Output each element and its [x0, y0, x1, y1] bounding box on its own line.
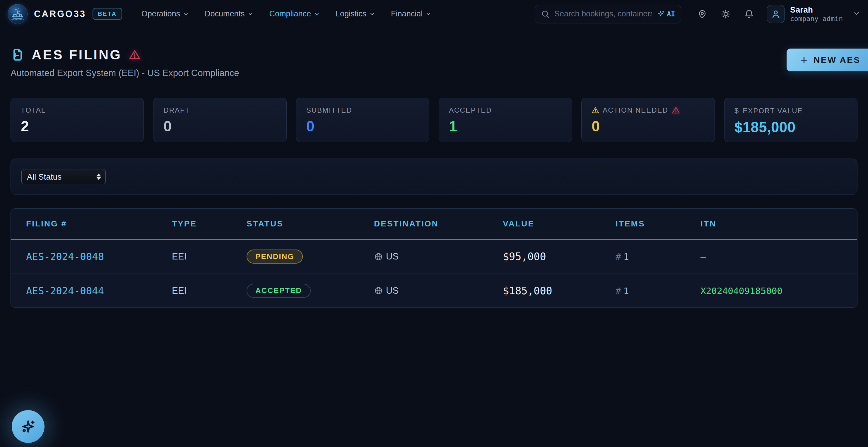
col-header-filing: FILING # [11, 219, 172, 229]
search-input[interactable] [554, 9, 652, 19]
stat-label: $ EXPORT VALUE [735, 106, 847, 115]
menu-item-logistics[interactable]: Logistics [336, 9, 375, 19]
top-nav: CARGO33 BETA Operations Documents Compli… [0, 0, 868, 28]
status-badge: PENDING [247, 249, 303, 264]
location-button[interactable] [697, 9, 708, 19]
ai-label: AI [667, 10, 675, 18]
stat-value: 0 [592, 118, 704, 135]
notifications-button[interactable] [744, 9, 754, 19]
stat-card-action-needed: ACTION NEEDED 0 [581, 98, 715, 142]
table-row[interactable]: AES-2024-0048 EEI PENDING US $95,000 # 1… [11, 240, 857, 274]
table-row[interactable]: AES-2024-0044 EEI ACCEPTED US $185,000 #… [11, 274, 857, 307]
new-aes-button[interactable]: + NEW AES [786, 48, 868, 71]
destination-code: US [386, 285, 399, 296]
brand[interactable]: CARGO33 BETA [8, 4, 122, 24]
beta-badge: BETA [93, 8, 122, 20]
globe-icon [374, 286, 383, 295]
warning-triangle-icon [592, 106, 599, 114]
ai-search-toggle[interactable]: AI [657, 10, 675, 18]
theme-toggle-button[interactable] [720, 9, 731, 19]
sun-icon [721, 9, 731, 19]
filing-type: EEI [172, 251, 247, 262]
warning-triangle-icon [129, 49, 141, 61]
chevron-down-icon [853, 10, 860, 19]
page-subtitle: Automated Export System (EEI) - US Expor… [10, 68, 239, 78]
stat-label: ACTION NEEDED [592, 106, 704, 114]
brand-logo-icon [8, 4, 28, 24]
menu-item-label: Financial [391, 9, 423, 19]
file-export-icon [10, 48, 25, 62]
filings-table: FILING # TYPE STATUS DESTINATION VALUE I… [10, 208, 858, 308]
status-cell: PENDING [247, 249, 374, 264]
plus-icon: + [801, 54, 808, 66]
items-count: 1 [623, 285, 629, 296]
itn-cell: — [701, 251, 857, 262]
stat-value: 1 [449, 118, 562, 135]
stat-card-total: TOTAL 2 [10, 98, 144, 142]
table-header-row: FILING # TYPE STATUS DESTINATION VALUE I… [11, 209, 857, 240]
items-count: 1 [623, 251, 629, 262]
stat-card-submitted: SUBMITTED 0 [296, 98, 429, 142]
stats-row: TOTAL 2 DRAFT 0 SUBMITTED 0 ACCEPTED 1 A… [10, 98, 858, 142]
stat-value: $185,000 [735, 119, 847, 136]
nav-icons [697, 9, 754, 19]
status-filter-select[interactable]: All Status [21, 169, 106, 184]
stat-label: TOTAL [21, 106, 133, 114]
chevron-down-icon [183, 11, 189, 17]
col-header-status: STATUS [247, 219, 374, 229]
stat-label-text: ACTION NEEDED [603, 106, 668, 114]
stat-card-draft: DRAFT 0 [153, 98, 286, 142]
filing-value: $95,000 [503, 251, 616, 263]
menu-item-documents[interactable]: Documents [205, 9, 254, 19]
ai-assistant-fab[interactable] [12, 410, 44, 443]
hash-icon: # [616, 285, 621, 296]
dollar-icon: $ [735, 106, 739, 115]
col-header-value: VALUE [503, 219, 616, 229]
bell-icon [744, 9, 754, 19]
menu-item-compliance[interactable]: Compliance [269, 9, 320, 19]
avatar [767, 5, 785, 23]
warning-triangle-icon [672, 106, 680, 114]
filing-value: $185,000 [503, 285, 616, 297]
menu-item-label: Operations [142, 9, 180, 19]
global-search: AI [535, 5, 681, 24]
page-header: AES FILING Automated Export System (EEI)… [10, 47, 858, 78]
status-filter-wrap: All Status [21, 169, 106, 184]
filter-bar: All Status [10, 159, 858, 195]
menu-item-operations[interactable]: Operations [142, 9, 189, 19]
stat-value: 0 [306, 118, 419, 135]
col-header-itn: ITN [701, 219, 857, 229]
filing-number-link[interactable]: AES-2024-0048 [11, 251, 172, 263]
stat-card-accepted: ACCEPTED 1 [439, 98, 572, 142]
menu-item-financial[interactable]: Financial [391, 9, 431, 19]
items-cell: # 1 [616, 251, 701, 262]
menu-item-label: Logistics [336, 9, 366, 19]
stat-card-export-value: $ EXPORT VALUE $185,000 [724, 98, 858, 142]
stat-label: ACCEPTED [449, 106, 562, 114]
col-header-items: ITEMS [616, 219, 701, 229]
items-cell: # 1 [616, 285, 701, 296]
filing-type: EEI [172, 285, 247, 296]
destination-code: US [386, 251, 399, 262]
status-cell: ACCEPTED [247, 284, 374, 298]
main-content: AES FILING Automated Export System (EEI)… [0, 47, 868, 308]
destination-cell: US [374, 285, 503, 296]
stat-value: 2 [21, 118, 133, 135]
filing-number-link[interactable]: AES-2024-0044 [11, 285, 172, 297]
user-icon [771, 9, 781, 19]
hash-icon: # [616, 251, 621, 262]
user-menu[interactable]: Sarah company admin [767, 5, 860, 23]
stat-label: DRAFT [163, 106, 276, 114]
sparkle-icon [657, 10, 665, 18]
chevron-down-icon [247, 11, 253, 17]
user-info: Sarah company admin [790, 5, 843, 22]
page-title: AES FILING [32, 47, 122, 63]
user-role: company admin [790, 15, 843, 23]
chevron-down-icon [314, 11, 320, 17]
stat-label: SUBMITTED [306, 106, 419, 114]
col-header-type: TYPE [172, 219, 247, 229]
itn-cell: X20240409185000 [701, 285, 857, 296]
search-icon [541, 10, 550, 19]
globe-icon [374, 252, 383, 261]
stat-value: 0 [163, 118, 276, 135]
